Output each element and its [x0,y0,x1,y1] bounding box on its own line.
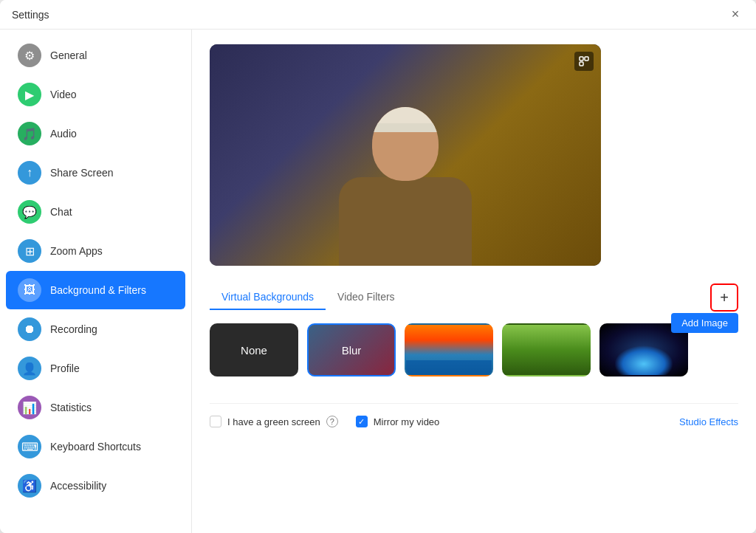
main-content: Virtual Backgrounds Video Filters + Add … [192,30,756,533]
mirror-video-option: ✓ Mirror my video [356,416,440,427]
sidebar-item-zoom-apps[interactable]: ⊞Zoom Apps [6,232,185,270]
add-image-button[interactable]: + [710,283,738,312]
svg-rect-1 [585,57,588,61]
bg-item-blur[interactable]: Blur [307,323,396,376]
sidebar-item-statistics[interactable]: 📊Statistics [6,388,185,427]
green-screen-label: I have a green screen [227,416,320,427]
studio-effects-link[interactable]: Studio Effects [679,416,738,427]
sidebar-item-profile[interactable]: 👤Profile [6,349,185,388]
sidebar-item-label-accessibility: Accessibility [50,480,106,492]
statistics-icon: 📊 [18,396,41,419]
video-inner [210,44,601,266]
svg-rect-2 [580,62,583,66]
chat-icon: 💬 [18,200,41,224]
expand-icon[interactable] [574,52,594,71]
sidebar: ⚙General▶Video🎵Audio↑Share Screen💬Chat⊞Z… [0,30,192,533]
mirror-video-label: Mirror my video [374,416,440,427]
zoom-apps-icon: ⊞ [18,239,41,263]
tab-virtual-backgrounds[interactable]: Virtual Backgrounds [210,285,326,310]
content-area: ⚙General▶Video🎵Audio↑Share Screen💬Chat⊞Z… [0,30,756,533]
sidebar-item-general[interactable]: ⚙General [6,36,185,75]
titlebar: Settings × [0,0,756,30]
sidebar-item-label-keyboard-shortcuts: Keyboard Shortcuts [50,441,141,453]
recording-icon: ⏺ [18,317,41,341]
person-figure [339,107,472,266]
sidebar-item-audio[interactable]: 🎵Audio [6,114,185,153]
mirror-video-checkbox[interactable]: ✓ [356,416,368,427]
sidebar-item-recording[interactable]: ⏺Recording [6,310,185,348]
window-title: Settings [12,9,726,21]
profile-icon: 👤 [18,357,41,380]
settings-window: Settings × ⚙General▶Video🎵Audio↑Share Sc… [0,0,756,533]
sidebar-item-label-background-filters: Background & Filters [50,284,146,296]
close-button[interactable]: × [726,6,744,24]
add-image-tooltip: Add Image [671,313,738,333]
tabs-container: Virtual Backgrounds Video Filters [210,285,407,310]
accessibility-icon: ♿ [18,474,41,498]
bg-item-none[interactable]: None [210,323,298,376]
sidebar-item-accessibility[interactable]: ♿Accessibility [6,467,185,505]
tabs-section: Virtual Backgrounds Video Filters + Add … [210,283,738,312]
general-icon: ⚙ [18,44,41,67]
person-body [339,177,472,266]
add-image-container: + Add Image [710,283,738,312]
tab-video-filters[interactable]: Video Filters [326,285,407,310]
sidebar-item-chat[interactable]: 💬Chat [6,193,185,231]
sidebar-item-label-chat: Chat [50,206,72,218]
sidebar-item-label-recording: Recording [50,323,97,335]
green-screen-option: I have a green screen ? [210,416,338,427]
sidebar-item-label-profile: Profile [50,362,80,374]
background-filters-icon: 🖼 [18,278,41,302]
sidebar-item-share-screen[interactable]: ↑Share Screen [6,154,185,192]
sidebar-item-label-share-screen: Share Screen [50,167,114,179]
sidebar-item-background-filters[interactable]: 🖼Background & Filters [6,271,185,309]
footer-options: I have a green screen ? ✓ Mirror my vide… [210,403,738,427]
svg-rect-0 [580,57,583,61]
sidebar-item-label-video: Video [50,89,77,100]
sidebar-item-keyboard-shortcuts[interactable]: ⌨Keyboard Shortcuts [6,427,185,466]
video-icon: ▶ [18,83,41,106]
sidebar-item-video[interactable]: ▶Video [6,75,185,114]
person-hat-brim [372,123,439,132]
sidebar-item-label-audio: Audio [50,128,77,140]
sidebar-item-label-general: General [50,49,87,61]
help-icon[interactable]: ? [326,416,338,427]
sidebar-item-label-zoom-apps: Zoom Apps [50,245,103,257]
video-preview [210,44,601,266]
keyboard-shortcuts-icon: ⌨ [18,435,41,458]
share-screen-icon: ↑ [18,161,41,185]
backgrounds-grid: None Blur [210,323,738,376]
bg-item-grass[interactable] [502,323,591,376]
person-head [372,107,439,181]
green-screen-checkbox[interactable] [210,416,221,427]
audio-icon: 🎵 [18,122,41,145]
bg-item-bridge[interactable] [405,323,493,376]
sidebar-item-label-statistics: Statistics [50,402,92,413]
